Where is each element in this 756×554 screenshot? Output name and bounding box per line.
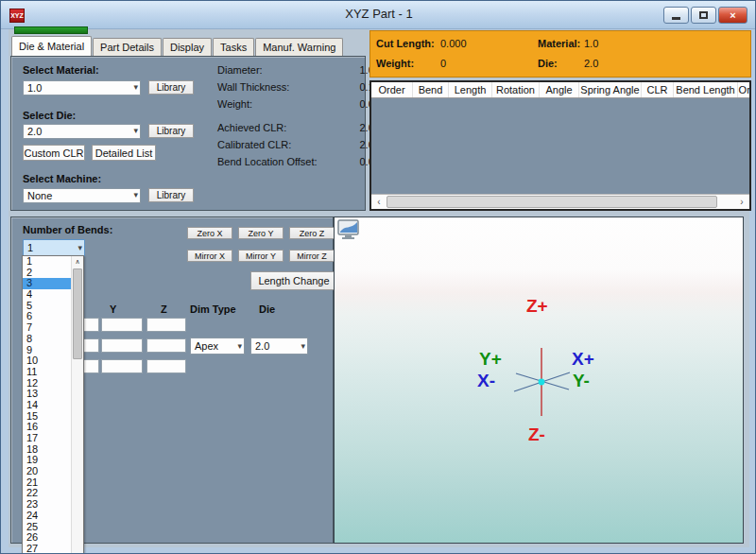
app-window: XYZ XYZ Part - 1 × Die & MaterialPart De… bbox=[0, 0, 756, 554]
detailed-list-button[interactable]: Detailed List bbox=[92, 145, 156, 161]
grid-column-header[interactable]: Orientation bbox=[738, 82, 749, 97]
info-label: Weight: bbox=[217, 98, 252, 110]
die-select[interactable]: 2.0 ▾ bbox=[23, 124, 141, 139]
row-die-value: 2.0 bbox=[255, 340, 269, 352]
die-value: 2.0 bbox=[584, 58, 598, 69]
z-minus-label: Z- bbox=[528, 424, 545, 445]
x-plus-label: X+ bbox=[572, 349, 594, 370]
scroll-right-icon[interactable]: › bbox=[734, 195, 749, 209]
die-value: 2.0 bbox=[27, 126, 42, 137]
chevron-down-icon: ▾ bbox=[133, 126, 138, 135]
maximize-icon bbox=[699, 11, 708, 19]
machine-library-button[interactable]: Library bbox=[148, 188, 194, 202]
x-minus-label: X- bbox=[477, 371, 495, 391]
minimize-icon bbox=[672, 17, 680, 20]
horizontal-scrollbar[interactable]: ‹ › bbox=[371, 194, 749, 209]
y-field-row1[interactable] bbox=[101, 318, 143, 332]
axis-action-button[interactable]: Zero Z bbox=[289, 227, 335, 239]
zero-mirror-buttons: Zero XZero YZero ZMirror XMirror YMirror… bbox=[187, 227, 335, 262]
y-field-row3[interactable] bbox=[101, 359, 143, 373]
chevron-down-icon: ▾ bbox=[77, 243, 82, 252]
scroll-up-icon[interactable]: ∧ bbox=[72, 256, 83, 268]
z-field-row3[interactable] bbox=[146, 359, 186, 373]
axis-action-button[interactable]: Mirror Y bbox=[238, 250, 284, 262]
cut-length-value: 0.000 bbox=[440, 38, 467, 49]
cut-length-label: Cut Length: bbox=[376, 38, 435, 49]
title-bar[interactable]: XYZ XYZ Part - 1 × bbox=[1, 1, 756, 29]
chevron-down-icon: ▾ bbox=[237, 341, 242, 351]
grid-column-header[interactable]: CLR bbox=[642, 82, 674, 97]
scrollbar-thumb[interactable] bbox=[73, 268, 82, 359]
select-machine-label: Select Machine: bbox=[23, 173, 101, 184]
die-library-button[interactable]: Library bbox=[148, 124, 194, 138]
axis-action-button[interactable]: Zero Y bbox=[238, 227, 284, 239]
close-icon: × bbox=[730, 9, 735, 21]
grid-column-header[interactable]: Order bbox=[371, 82, 413, 97]
material-value: 1.0 bbox=[584, 38, 598, 49]
y-column-header: Y bbox=[110, 303, 116, 315]
axis-action-button[interactable]: Mirror X bbox=[187, 250, 232, 262]
z-field-row2[interactable] bbox=[146, 338, 186, 353]
info-label: Bend Location Offset: bbox=[217, 156, 318, 167]
chevron-down-icon: ▾ bbox=[133, 190, 138, 199]
grid-column-header[interactable]: Angle bbox=[540, 82, 579, 97]
tab[interactable]: Manuf. Warning bbox=[255, 38, 343, 56]
z-field-row1[interactable] bbox=[146, 318, 186, 332]
tab-strip: Die & MaterialPart DetailsDisplayTasksMa… bbox=[11, 36, 344, 56]
dim-type-value: Apex bbox=[195, 340, 218, 352]
select-material-label: Select Material: bbox=[23, 64, 99, 76]
scroll-left-icon[interactable]: ‹ bbox=[371, 195, 387, 209]
y-minus-label: Y- bbox=[573, 371, 590, 391]
origin-dot bbox=[539, 379, 545, 386]
y-field-row2[interactable] bbox=[101, 338, 143, 353]
tab[interactable]: Display bbox=[163, 38, 212, 56]
grid-column-header[interactable]: Spring Angle bbox=[579, 82, 642, 97]
grid-column-header[interactable]: Bend bbox=[413, 82, 449, 97]
machine-value: None bbox=[27, 190, 52, 201]
summary-banner: Cut Length: 0.000 Weight: 0 Material: 1.… bbox=[369, 30, 751, 78]
die-material-panel: Select Material: 1.0 ▾ Library Select Di… bbox=[10, 56, 366, 211]
scrollbar-thumb[interactable] bbox=[387, 196, 717, 208]
number-of-bends-value: 1 bbox=[27, 242, 33, 253]
axis-action-button[interactable]: Zero X bbox=[187, 227, 232, 239]
material-library-button[interactable]: Library bbox=[148, 80, 194, 95]
row-die-select[interactable]: 2.0 ▾ bbox=[250, 338, 308, 355]
info-row: Bend Location Offset:0.000 bbox=[217, 156, 318, 167]
info-row: Calibrated CLR:2.000 bbox=[217, 139, 291, 150]
custom-clr-button[interactable]: Custom CLR bbox=[23, 145, 85, 161]
tab[interactable]: Part Details bbox=[93, 38, 162, 56]
tab[interactable]: Die & Material bbox=[11, 36, 92, 56]
tab[interactable]: Tasks bbox=[213, 38, 254, 56]
number-of-bends-label: Number of Bends: bbox=[23, 224, 112, 235]
material-value: 1.0 bbox=[27, 82, 42, 94]
info-label: Achieved CLR: bbox=[217, 122, 286, 133]
length-change-button[interactable]: Length Change bbox=[250, 271, 337, 290]
axis-tripod bbox=[335, 217, 745, 545]
weight-label: Weight: bbox=[376, 58, 414, 69]
bend-grid: OrderBendLengthRotationAngleSpring Angle… bbox=[369, 80, 751, 211]
material-select[interactable]: 1.0 ▾ bbox=[23, 80, 141, 95]
grid-column-header[interactable]: Rotation bbox=[492, 82, 540, 97]
info-label: Diameter: bbox=[217, 64, 263, 76]
minimize-button[interactable] bbox=[663, 7, 689, 24]
machine-select[interactable]: None ▾ bbox=[23, 188, 141, 203]
grid-column-header[interactable]: Length bbox=[449, 82, 492, 97]
3d-viewport[interactable]: Z+ Y+ X+ X- Y- Z- bbox=[334, 216, 744, 544]
select-die-label: Select Die: bbox=[23, 110, 76, 121]
material-label: Material: bbox=[538, 38, 580, 49]
weight-value: 0 bbox=[440, 58, 446, 69]
close-button[interactable]: × bbox=[718, 7, 747, 24]
axis-action-button[interactable]: Mirror Z bbox=[289, 250, 335, 262]
number-of-bends-select[interactable]: 1 ▾ bbox=[23, 239, 85, 256]
info-row: Diameter:1.000 bbox=[217, 64, 263, 76]
chevron-down-icon: ▾ bbox=[301, 341, 305, 351]
dim-type-header: Dim Type bbox=[190, 303, 236, 315]
maximize-button[interactable] bbox=[691, 7, 716, 24]
grid-column-header[interactable]: Bend Length bbox=[674, 82, 738, 97]
info-row: Weight:0.000 bbox=[217, 98, 252, 110]
info-label: Wall Thickness: bbox=[217, 81, 289, 93]
dropdown-scrollbar[interactable]: ∧ bbox=[71, 256, 83, 554]
chevron-down-icon: ▾ bbox=[133, 82, 138, 92]
dim-type-select[interactable]: Apex ▾ bbox=[190, 338, 245, 355]
window-title: XYZ Part - 1 bbox=[1, 7, 756, 21]
